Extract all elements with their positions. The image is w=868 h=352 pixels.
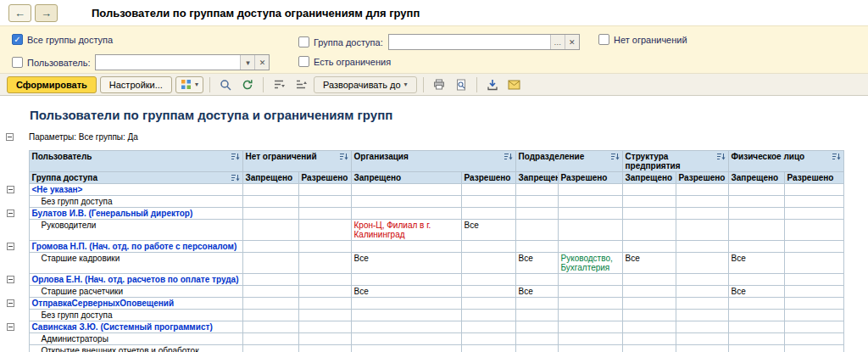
value-cell[interactable] — [298, 241, 351, 253]
find-button[interactable] — [216, 76, 235, 93]
value-cell[interactable]: Все — [461, 220, 515, 241]
value-cell[interactable] — [242, 310, 298, 321]
col-user[interactable]: Пользователь — [29, 151, 242, 172]
value-cell[interactable] — [351, 241, 461, 253]
collapse-icon[interactable] — [7, 243, 14, 250]
col-allowed[interactable]: Разрешено — [461, 172, 515, 184]
expand-to-button[interactable]: Разворачивать до ▾ — [314, 76, 417, 93]
has-restrictions-checkbox[interactable]: ✓ — [298, 56, 309, 67]
col-allowed[interactable]: Разрешено — [558, 172, 622, 184]
user-clear-button[interactable]: ✕ — [254, 55, 269, 70]
col-allowed[interactable]: Разрешено — [676, 172, 728, 184]
value-cell[interactable] — [784, 220, 843, 241]
expand-rows-button[interactable] — [292, 76, 310, 93]
value-cell[interactable] — [515, 208, 558, 220]
access-group-label[interactable]: Старшие расчетчики — [29, 286, 242, 298]
value-cell[interactable] — [515, 321, 558, 333]
value-cell[interactable] — [784, 298, 843, 310]
sort-icon[interactable] — [832, 153, 841, 161]
value-cell[interactable] — [784, 310, 843, 321]
value-cell[interactable] — [461, 253, 515, 274]
report-variants-button[interactable]: ▾ — [175, 76, 203, 93]
user-checkbox[interactable]: ✓ — [12, 57, 23, 68]
value-cell[interactable] — [676, 345, 728, 352]
value-cell[interactable] — [558, 274, 622, 286]
access-group-label[interactable]: Руководители — [29, 220, 242, 241]
col-organization[interactable]: Организация — [351, 151, 515, 172]
value-cell[interactable]: Все — [515, 253, 558, 274]
value-cell[interactable] — [298, 274, 351, 286]
value-cell[interactable] — [242, 241, 298, 253]
value-cell[interactable] — [461, 196, 515, 208]
value-cell[interactable] — [558, 208, 622, 220]
value-cell[interactable] — [461, 184, 515, 196]
value-cell[interactable] — [622, 321, 676, 333]
sort-icon[interactable] — [231, 153, 240, 161]
value-cell[interactable] — [784, 208, 843, 220]
value-cell[interactable] — [242, 286, 298, 298]
value-cell[interactable] — [242, 321, 298, 333]
value-cell[interactable] — [351, 321, 461, 333]
collapse-icon[interactable] — [7, 210, 14, 217]
value-cell[interactable] — [728, 184, 784, 196]
access-group-label[interactable]: Без групп доступа — [29, 196, 242, 208]
value-cell[interactable] — [676, 208, 728, 220]
value-cell[interactable] — [558, 298, 622, 310]
user-group-label[interactable]: Орлова Е.Н. (Нач. отд. расчетов по оплат… — [29, 274, 242, 286]
col-forbidden[interactable]: Запрещено — [622, 172, 676, 184]
value-cell[interactable] — [515, 196, 558, 208]
col-no-restrictions[interactable]: Нет ограничений — [242, 151, 351, 172]
value-cell[interactable] — [242, 253, 298, 274]
value-cell[interactable] — [784, 345, 843, 352]
value-cell[interactable] — [242, 196, 298, 208]
no-restrictions-checkbox[interactable]: ✓ — [598, 34, 609, 45]
col-department[interactable]: Подразделение — [515, 151, 622, 172]
user-input[interactable] — [96, 55, 240, 70]
sort-icon[interactable] — [339, 153, 348, 161]
value-cell[interactable] — [461, 208, 515, 220]
mail-button[interactable] — [505, 76, 524, 93]
value-cell[interactable] — [728, 321, 784, 333]
col-forbidden[interactable]: Запрещено — [242, 172, 298, 184]
value-cell[interactable] — [242, 208, 298, 220]
value-cell[interactable] — [242, 220, 298, 241]
value-cell[interactable] — [558, 241, 622, 253]
value-cell[interactable] — [622, 220, 676, 241]
access-group-clear-button[interactable]: ✕ — [565, 35, 579, 49]
value-cell[interactable] — [676, 274, 728, 286]
value-cell[interactable] — [461, 274, 515, 286]
value-cell[interactable] — [728, 298, 784, 310]
value-cell[interactable] — [242, 333, 298, 345]
value-cell[interactable]: Все — [351, 253, 461, 274]
refresh-button[interactable] — [238, 76, 257, 93]
access-group-label[interactable]: Открытие внешних отчетов и обработок — [29, 345, 242, 352]
value-cell[interactable] — [676, 286, 728, 298]
value-cell[interactable] — [298, 253, 351, 274]
user-dropdown-button[interactable]: ▾ — [240, 55, 254, 70]
value-cell[interactable] — [242, 345, 298, 352]
save-button[interactable] — [483, 76, 502, 93]
user-group-label[interactable]: Савинская З.Ю. (Системный программист) — [29, 321, 242, 333]
value-cell[interactable] — [676, 241, 728, 253]
sort-icon[interactable] — [716, 153, 726, 161]
col-forbidden[interactable]: Запрещено — [351, 172, 461, 184]
col-forbidden[interactable]: Запрещено — [515, 172, 558, 184]
value-cell[interactable] — [351, 196, 461, 208]
value-cell[interactable] — [784, 321, 843, 333]
col-enterprise-structure[interactable]: Структура предприятия — [622, 151, 728, 172]
access-group-label[interactable]: Администраторы — [29, 333, 242, 345]
value-cell[interactable] — [351, 333, 461, 345]
value-cell[interactable] — [461, 286, 515, 298]
access-group-label[interactable]: Группа доступа: — [314, 37, 383, 47]
value-cell[interactable] — [622, 286, 676, 298]
value-cell[interactable] — [784, 241, 843, 253]
value-cell[interactable] — [676, 196, 728, 208]
value-cell[interactable] — [676, 253, 728, 274]
value-cell[interactable] — [622, 241, 676, 253]
user-group-label[interactable]: <Не указан> — [29, 184, 242, 196]
value-cell[interactable] — [676, 220, 728, 241]
value-cell[interactable] — [558, 220, 622, 241]
col-forbidden[interactable]: Запрещено — [728, 172, 784, 184]
value-cell[interactable] — [461, 333, 515, 345]
value-cell[interactable] — [728, 220, 784, 241]
